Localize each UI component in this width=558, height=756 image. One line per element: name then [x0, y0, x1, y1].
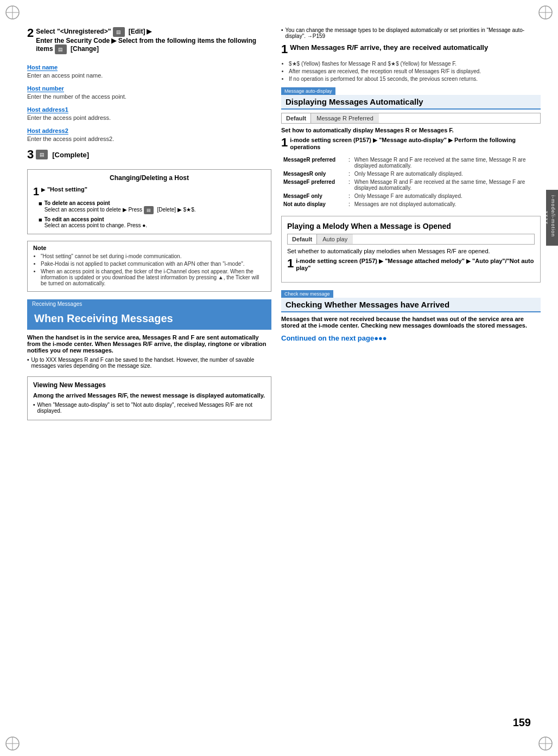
step3-number: 3: [27, 149, 34, 161]
note-item-0: "Host setting" cannot be set during i-mo…: [41, 253, 265, 259]
step1-right-num: 1: [281, 43, 288, 55]
receiving-bullet: • Up to XXX Messages R and F can be save…: [27, 357, 271, 369]
continued-text: Continued on the next page●●●: [281, 334, 541, 342]
step3-label: [Complete]: [52, 151, 89, 159]
step1-right-block: 1 When Messages R/F arrive, they are rec…: [281, 43, 541, 55]
host-fields: Host name Enter an access point name. Ho…: [27, 60, 271, 142]
note-item-1: Pake-Hodai is not applied to packet comm…: [41, 261, 265, 267]
changing-box: Changing/Deleting a Host 1 ▶ "Host setti…: [27, 169, 271, 234]
option-val-4: Messages are not displayed automatically…: [352, 200, 541, 208]
corner-mark-bl: [4, 735, 21, 752]
option-colon-0: :: [346, 156, 352, 170]
corner-mark-tl: [4, 4, 21, 21]
host-address2-label: Host address2: [27, 127, 68, 134]
delete-title: To delete an access point: [45, 200, 110, 206]
host-number-desc: Enter the number of the access point.: [27, 93, 271, 100]
page-container: i-mode/i-motion xxxx 2 Select "<Unregist…: [0, 0, 558, 756]
option-key-3: MessageF only: [281, 192, 346, 200]
message-auto-tag: Message auto-display: [281, 87, 335, 95]
auto-received-list: $★$ (Yellow) flashes for Message R and $…: [281, 61, 541, 82]
option-row-2: MessageF preferred : When Message R and …: [281, 178, 541, 192]
default-value-melody: Auto play: [317, 234, 353, 244]
melody-section: Playing a Melody When a Message is Opene…: [281, 216, 541, 283]
host-address1-label: Host address1: [27, 106, 68, 113]
auto-step1-text1: i-mode setting screen (P157): [290, 137, 371, 143]
step2-content: Select "<Unregistered>" ▤ [Edit] ▶ Enter…: [36, 27, 271, 54]
note-title: Note: [33, 245, 265, 251]
viewing-bullet-dot: •: [33, 402, 35, 408]
left-column: 2 Select "<Unregistered>" ▤ [Edit] ▶ Ent…: [27, 27, 271, 729]
option-key-2: MessageF preferred: [281, 178, 346, 192]
auto-step1-content: i-mode setting screen (P157) ▶ "Message …: [290, 137, 541, 150]
delete-square-icon: ■: [39, 200, 42, 207]
edit-desc: Select an access point to change. Press …: [45, 222, 147, 228]
option-row-3: MessageF only : Only Message F are autom…: [281, 192, 541, 200]
host-address2-desc: Enter the access point address2.: [27, 136, 271, 142]
option-val-1: Only Message R are automatically display…: [352, 170, 541, 178]
option-val-3: Only Message F are automatically display…: [352, 192, 541, 200]
melody-step1-arrow2: ▶: [466, 258, 472, 264]
host-field-1: Host number Enter the number of the acce…: [27, 81, 271, 100]
edit-item: ■ To edit an access point Select an acce…: [39, 216, 265, 228]
default-bar-melody: Default Auto play: [287, 234, 535, 245]
option-colon-2: :: [346, 178, 352, 192]
right-intro-dot: •: [281, 27, 283, 33]
step1-right-content: When Messages R/F arrive, they are recei…: [290, 43, 488, 52]
host-name-desc: Enter an access point name.: [27, 72, 271, 79]
melody-step1-text1: i-mode setting screen (P157): [296, 258, 377, 264]
viewing-title: Viewing New Messages: [33, 381, 265, 389]
step3-block: 3 ▤ [Complete]: [27, 149, 271, 161]
melody-step1-content: i-mode setting screen (P157) ▶ "Message …: [296, 258, 535, 271]
right-intro-text: You can change the message types to be d…: [286, 27, 541, 39]
auto-bullet-0: $★$ (Yellow) flashes for Message R and $…: [289, 61, 541, 67]
default-tag-melody: Default: [288, 234, 317, 244]
check-msg-section: Check new message Checking Whether Messa…: [281, 290, 541, 329]
step1-right-text: When Messages R/F arrive, they are recei…: [290, 43, 488, 52]
delete-suffix: ▶ $★$.: [177, 207, 196, 213]
delete-icon2: [Delete]: [157, 207, 176, 213]
option-key-4: Not auto display: [281, 200, 346, 208]
auto-bullet-2: If no operation is performed for about 1…: [289, 76, 541, 82]
option-colon-1: :: [346, 170, 352, 178]
option-val-2: When Message R and F are received at the…: [352, 178, 541, 192]
edit-square-icon: ■: [39, 216, 42, 223]
default-value-auto: Message R Preferred: [311, 113, 379, 123]
step2-change-label: [Change]: [71, 45, 99, 53]
check-desc: Messages that were not received because …: [281, 316, 541, 329]
melody-set-desc: Set whether to automatically play melodi…: [287, 248, 535, 254]
right-intro: • You can change the message types to be…: [281, 27, 541, 39]
check-new-tag: Check new message: [281, 290, 333, 298]
host-field-0: Host name Enter an access point name.: [27, 60, 271, 79]
corner-mark-br: [537, 735, 554, 752]
changing-box-title: Changing/Deleting a Host: [33, 174, 265, 182]
changing-step1-arrow: ▶: [41, 187, 47, 193]
receiving-bullet-text: Up to XXX Messages R and F can be saved …: [31, 357, 271, 369]
default-bar-auto: Default Message R Preferred: [281, 113, 541, 124]
step2-menu-icon1: ▤: [113, 27, 125, 37]
step2-text1: Select "<Unregistered>": [36, 28, 112, 35]
receiving-section: Receiving Messages When Receiving Messag…: [27, 299, 271, 330]
step2-security: Enter the Security Code: [36, 37, 110, 44]
host-field-3: Host address2 Enter the access point add…: [27, 123, 271, 142]
auto-step1-arrow1: ▶: [373, 137, 379, 143]
viewing-box: Viewing New Messages Among the arrived M…: [27, 376, 271, 420]
corner-mark-tr: [537, 4, 554, 21]
right-intro-bullet: • You can change the message types to be…: [281, 27, 541, 39]
auto-display-section: Message auto-display Displaying Messages…: [281, 87, 541, 208]
option-row-0: MessageR preferred : When Message R and …: [281, 156, 541, 170]
melody-step1-num: 1: [287, 258, 294, 270]
melody-title: Playing a Melody When a Message is Opene…: [287, 222, 535, 230]
step2-arrow2: ▶: [111, 37, 118, 44]
auto-step1-arrow2: ▶: [448, 137, 454, 143]
viewing-bullet: • When "Message auto-display" is set to …: [33, 402, 265, 414]
delete-desc: Select an access point to delete: [45, 207, 121, 213]
step2-arrow1: ▶: [147, 28, 151, 35]
step3-icon: ▤: [36, 150, 48, 159]
step2-edit-label: [Edit]: [129, 28, 145, 35]
note-box: Note "Host setting" cannot be set during…: [27, 241, 271, 292]
host-name-label: Host name: [27, 64, 58, 71]
auto-display-title: Displaying Messages Automatically: [281, 95, 541, 110]
side-tab-label: i-mode/i-motion: [550, 195, 556, 237]
option-row-1: MessagesR only : Only Message R are auto…: [281, 170, 541, 178]
auto-bullet-1: After messages are received, the recepti…: [289, 68, 541, 74]
